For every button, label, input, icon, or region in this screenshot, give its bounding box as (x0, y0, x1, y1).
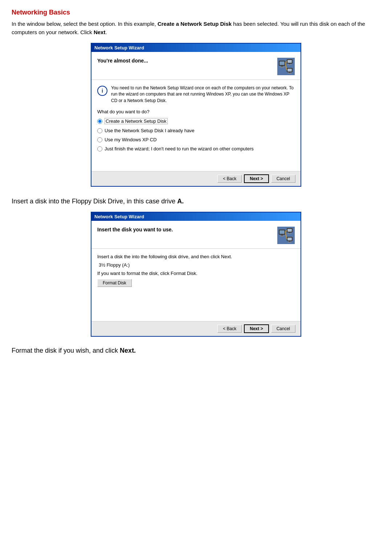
format-text-before: Format the disk if you wish, and click (12, 347, 120, 354)
radio-2-label-text: Use the Network Setup Disk I already hav… (105, 128, 195, 133)
wizard-dialog-1: Network Setup Wizard You're almost done.… (91, 43, 301, 187)
svg-rect-20 (289, 232, 290, 233)
svg-line-13 (285, 63, 287, 70)
radio-option-4[interactable]: Just finish the wizard; I don't need to … (97, 146, 295, 151)
svg-rect-3 (280, 67, 284, 68)
svg-rect-17 (280, 236, 284, 236)
radio-1-label: Create a Network Setup Disk (105, 118, 168, 124)
wizard-2-titlebar: Network Setup Wizard (91, 212, 301, 221)
svg-rect-1 (279, 61, 285, 65)
wizard-2-footer: < Back Next > Cancel (91, 321, 301, 336)
question-label: What do you want to do? (97, 109, 295, 114)
radio-2-input[interactable] (97, 128, 102, 133)
svg-rect-5 (287, 60, 292, 63)
wizard-2-cancel-button[interactable]: Cancel (271, 325, 295, 333)
wizard-1-content: i You need to run the Network Setup Wiza… (91, 80, 301, 160)
wizard-1-header-title: You're almost done... (97, 58, 148, 64)
svg-rect-9 (287, 69, 292, 72)
insert-instruction: Insert a disk into the Floppy Disk Drive… (12, 197, 380, 206)
wizard-2-header: Insert the disk you want to use. (91, 221, 301, 249)
info-box: i You need to run the Network Setup Wiza… (97, 85, 295, 104)
svg-rect-10 (289, 72, 290, 73)
wizard-2-header-title: Insert the disk you want to use. (97, 227, 173, 232)
radio-4-input[interactable] (97, 146, 102, 151)
insert-text-before: Insert a disk into the Floppy Disk Drive… (12, 198, 177, 205)
wizard-1-next-button[interactable]: Next > (244, 174, 269, 183)
intro-text-1: In the window below, select the best opt… (12, 21, 158, 27)
wizard-2-format-note: If you want to format the disk, click Fo… (97, 271, 295, 276)
wizard-2-content-line1: Insert a disk the into the following dis… (97, 254, 295, 259)
wizard-dialog-2: Network Setup Wizard Insert the disk you… (91, 212, 301, 337)
svg-rect-6 (289, 64, 290, 64)
radio-4-label-text: Just finish the wizard; I don't need to … (105, 146, 254, 151)
svg-rect-19 (287, 229, 292, 232)
intro-paragraph: In the window below, select the best opt… (12, 20, 380, 36)
svg-rect-24 (289, 241, 290, 242)
svg-line-27 (285, 232, 287, 239)
insert-drive-letter: A. (177, 198, 184, 205)
wizard-2-back-button[interactable]: < Back (217, 325, 242, 333)
radio-1-label-text: Create a Network Setup Disk (106, 118, 167, 124)
radio-3-input[interactable] (97, 137, 102, 142)
svg-line-12 (285, 61, 287, 63)
wizard-2-body: Insert the disk you want to use. (91, 221, 301, 336)
intro-bold-2: Next (94, 29, 106, 35)
wizard-1-cancel-button[interactable]: Cancel (271, 175, 295, 183)
radio-2-label: Use the Network Setup Disk I already hav… (105, 128, 195, 133)
svg-rect-25 (288, 242, 291, 243)
wizard-2-title-text: Network Setup Wizard (94, 214, 144, 219)
svg-rect-11 (288, 73, 291, 74)
radio-option-3[interactable]: Use my Windows XP CD (97, 137, 295, 142)
wizard-1-header: You're almost done... (91, 52, 301, 80)
format-bold: Next. (120, 347, 136, 354)
intro-bold-1: Create a Network Setup Disk (158, 21, 232, 27)
intro-text-3: . (105, 29, 107, 35)
wizard-1-titlebar: Network Setup Wizard (91, 44, 301, 52)
format-disk-button[interactable]: Format Disk (97, 279, 132, 287)
wizard-2-drive-label: 3½ Floppy (A:) (99, 262, 295, 268)
wizard-2-next-button[interactable]: Next > (244, 324, 269, 333)
radio-3-label: Use my Windows XP CD (105, 137, 157, 142)
svg-rect-16 (281, 235, 283, 236)
info-icon: i (97, 86, 107, 96)
wizard-1-icon (277, 58, 295, 75)
svg-line-26 (285, 230, 287, 232)
section-title: Networking Basics (12, 9, 380, 16)
wizard-1-footer: < Back Next > Cancel (91, 171, 301, 186)
wizard-1-title-text: Network Setup Wizard (94, 45, 144, 50)
svg-rect-23 (287, 238, 292, 240)
radio-1-input[interactable] (97, 119, 102, 124)
svg-rect-2 (281, 66, 283, 67)
radio-option-2[interactable]: Use the Network Setup Disk I already hav… (97, 128, 295, 133)
format-instruction: Format the disk if you wish, and click N… (12, 347, 380, 355)
wizard-1-back-button[interactable]: < Back (217, 175, 242, 183)
radio-option-1[interactable]: Create a Network Setup Disk (97, 118, 295, 124)
svg-rect-15 (279, 230, 285, 234)
svg-rect-21 (288, 233, 291, 234)
wizard-2-content: Insert a disk the into the following dis… (91, 249, 301, 292)
wizard-2-icon (277, 227, 295, 244)
radio-3-label-text: Use my Windows XP CD (105, 137, 157, 142)
radio-4-label: Just finish the wizard; I don't need to … (105, 146, 254, 151)
wizard-1-body: You're almost done... (91, 52, 301, 186)
svg-rect-7 (288, 64, 291, 65)
info-text: You need to run the Network Setup Wizard… (111, 85, 295, 104)
